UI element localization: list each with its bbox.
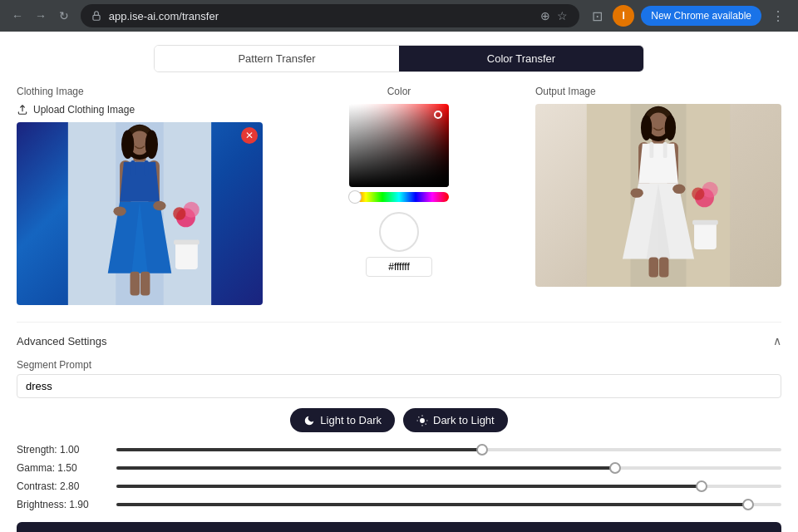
page-content: Pattern Transfer Color Transfer Clothing… (0, 32, 798, 532)
profile-avatar[interactable]: I (613, 5, 634, 27)
clothing-image-section: Clothing Image Upload Clothing Image (17, 86, 263, 308)
svg-point-45 (420, 418, 425, 423)
sun-icon (416, 415, 428, 426)
apply-color-transfer-button[interactable]: Apply Color Transfer (17, 522, 781, 532)
output-image-section: Output Image (535, 86, 781, 308)
clothing-image-wrapper: ✕ (17, 122, 263, 305)
dark-to-light-button[interactable]: Dark to Light (403, 408, 508, 432)
tab-pattern-transfer[interactable]: Pattern Transfer (155, 46, 399, 71)
output-image (535, 104, 781, 287)
clothing-image (17, 122, 263, 305)
svg-rect-13 (145, 160, 149, 176)
slider-label-2: Contrast: 2.80 (17, 480, 108, 492)
svg-rect-39 (659, 258, 668, 278)
svg-point-31 (665, 115, 676, 140)
slider-label-3: Brightness: 1.90 (17, 499, 108, 510)
white-dress-illustration (535, 104, 781, 287)
advanced-settings: Advanced Settings ∧ Segment Prompt Light… (17, 322, 781, 532)
slider-row: Strength: 1.00 (17, 444, 781, 456)
forward-button[interactable]: → (33, 8, 48, 23)
lock-icon (91, 10, 102, 22)
svg-point-30 (641, 115, 652, 140)
remove-image-button[interactable]: ✕ (241, 127, 258, 144)
color-label: Color (387, 86, 411, 97)
segment-prompt-input[interactable] (17, 374, 781, 398)
refresh-button[interactable]: ↻ (57, 8, 71, 23)
slider-label-1: Gamma: 1.50 (17, 462, 108, 474)
slider-track-0[interactable] (116, 448, 781, 451)
svg-rect-43 (694, 222, 717, 249)
output-label: Output Image (535, 86, 781, 97)
bookmark-icon[interactable]: ☆ (555, 7, 569, 24)
search-icon[interactable]: ⊕ (539, 7, 552, 24)
browser-chrome: ← → ↻ app.ise-ai.com/transfer ⊕ ☆ ⊡ I Ne… (0, 0, 798, 32)
color-gradient-picker[interactable] (349, 104, 449, 187)
slider-track-3[interactable] (116, 503, 781, 506)
mode-buttons: Light to Dark Dark to Light (17, 408, 781, 432)
segment-prompt-label: Segment Prompt (17, 359, 781, 371)
svg-rect-44 (692, 220, 718, 225)
svg-point-9 (145, 131, 158, 159)
svg-point-20 (173, 207, 185, 219)
slider-row: Gamma: 1.50 (17, 462, 781, 474)
hex-color-input[interactable] (366, 257, 432, 277)
color-section: Color (276, 86, 522, 308)
hue-slider[interactable] (349, 192, 449, 202)
svg-point-14 (113, 206, 126, 215)
address-icons: ⊕ ☆ (539, 7, 569, 24)
svg-point-8 (121, 131, 134, 159)
upload-clothing-button[interactable]: Upload Clothing Image (17, 104, 263, 116)
slider-track-2[interactable] (116, 485, 781, 488)
svg-point-42 (692, 187, 704, 200)
address-bar[interactable]: app.ise-ai.com/transfer ⊕ ☆ (81, 4, 579, 27)
svg-rect-22 (174, 240, 200, 245)
url-text: app.ise-ai.com/transfer (109, 10, 532, 22)
slider-row: Brightness: 1.90 (17, 499, 781, 510)
main-grid: Clothing Image Upload Clothing Image (17, 86, 781, 308)
advanced-settings-header[interactable]: Advanced Settings ∧ (17, 331, 781, 351)
clothing-label: Clothing Image (17, 86, 263, 97)
svg-line-48 (418, 416, 419, 417)
svg-rect-2 (68, 122, 116, 305)
new-chrome-button[interactable]: New Chrome available (641, 6, 761, 26)
svg-point-19 (184, 202, 200, 218)
blue-dress-illustration (17, 122, 263, 305)
svg-rect-17 (140, 272, 150, 296)
svg-point-41 (702, 182, 718, 198)
back-button[interactable]: ← (10, 8, 25, 23)
svg-rect-35 (663, 142, 667, 158)
svg-rect-12 (131, 160, 135, 176)
upload-icon (17, 104, 28, 116)
tabs-row: Pattern Transfer Color Transfer (154, 45, 644, 72)
slider-label-0: Strength: 1.00 (17, 444, 108, 456)
svg-rect-24 (587, 104, 631, 287)
svg-rect-16 (131, 272, 140, 296)
advanced-settings-title: Advanced Settings (17, 335, 106, 347)
browser-right-controls: ⊡ I New Chrome available ⋮ (589, 5, 788, 27)
svg-point-15 (153, 201, 165, 210)
moon-icon (303, 415, 315, 426)
color-preview (379, 212, 419, 252)
slider-row: Contrast: 2.80 (17, 480, 781, 492)
svg-point-37 (672, 185, 685, 194)
tab-color-transfer[interactable]: Color Transfer (399, 46, 643, 71)
slider-track-1[interactable] (116, 466, 781, 470)
svg-rect-38 (649, 258, 658, 278)
extensions-button[interactable]: ⊡ (589, 5, 606, 27)
chevron-up-icon: ∧ (773, 334, 781, 347)
svg-rect-34 (649, 142, 653, 158)
light-to-dark-button[interactable]: Light to Dark (290, 408, 395, 432)
svg-point-36 (631, 188, 643, 197)
menu-button[interactable]: ⋮ (768, 5, 788, 27)
svg-rect-0 (93, 15, 100, 20)
svg-rect-21 (175, 241, 198, 268)
svg-line-49 (426, 423, 426, 424)
sliders-section: Strength: 1.00 Gamma: 1.50 Contrast: 2.8… (17, 444, 781, 510)
